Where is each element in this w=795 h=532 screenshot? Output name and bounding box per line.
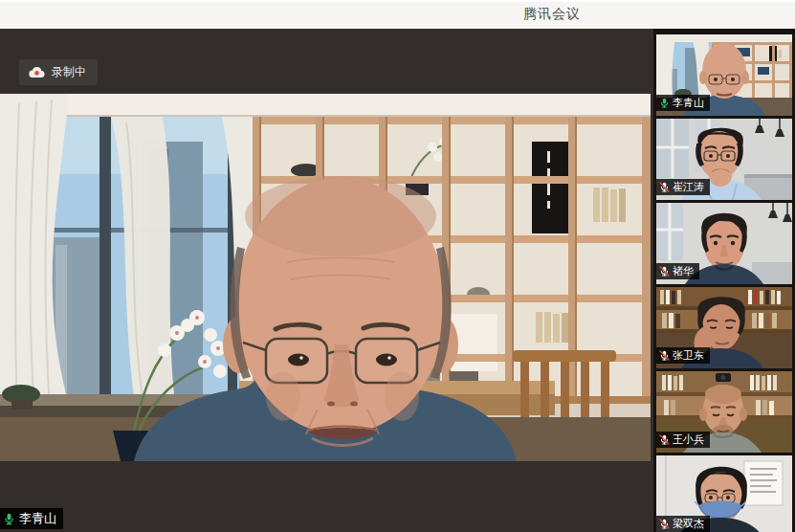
participant-name: 李青山: [673, 96, 704, 110]
titlebar: 腾讯会议: [0, 0, 795, 30]
participant-tile-liangshuangjie[interactable]: 梁双杰: [656, 455, 792, 532]
participant-tile-cuijiangtao[interactable]: 崔江涛: [656, 119, 792, 200]
cloud-record-icon: [29, 66, 45, 78]
participant-name-label: 崔江涛: [656, 179, 710, 195]
participant-name-label: 张卫东: [656, 347, 710, 364]
microphone-on-icon: [3, 513, 15, 525]
microphone-muted-icon: [659, 350, 670, 361]
participant-name: 褚华: [673, 264, 694, 278]
microphone-muted-icon: [659, 182, 670, 192]
participant-name: 梁双杰: [673, 517, 704, 531]
participant-name-label: 李青山: [656, 95, 710, 111]
microphone-on-icon: [659, 98, 670, 108]
participant-name-label: 王小兵: [656, 432, 710, 448]
recording-label: 录制中: [52, 64, 86, 80]
participant-name: 张卫东: [673, 348, 704, 363]
participant-name-label: 褚华: [656, 263, 699, 279]
microphone-muted-icon: [659, 266, 670, 277]
participant-tile-chuhua[interactable]: 褚华: [656, 203, 792, 284]
participant-name-label: 梁双杰: [656, 516, 710, 532]
participant-name: 王小兵: [673, 432, 704, 447]
microphone-muted-icon: [659, 519, 670, 529]
main-speaker-name-label: 李青山: [0, 508, 63, 529]
participant-name: 崔江涛: [673, 180, 704, 194]
window-title: 腾讯会议: [523, 6, 581, 23]
main-speaker-name: 李青山: [19, 510, 56, 527]
meeting-stage: 录制中 李青山: [0, 29, 795, 532]
main-speaker-video[interactable]: [0, 94, 651, 461]
tencent-meeting-window: 腾讯会议: [0, 0, 795, 532]
participant-tile-wangxiaobing[interactable]: 王小兵: [656, 371, 792, 453]
participant-tile-zhangweidong[interactable]: 张卫东: [656, 287, 792, 368]
recording-badge[interactable]: 录制中: [19, 59, 98, 85]
microphone-muted-icon: [659, 434, 670, 445]
participant-tile-liqingshan[interactable]: 李青山: [656, 34, 792, 116]
participants-sidebar: 李青山: [653, 29, 795, 532]
main-video-scene: [0, 94, 651, 461]
